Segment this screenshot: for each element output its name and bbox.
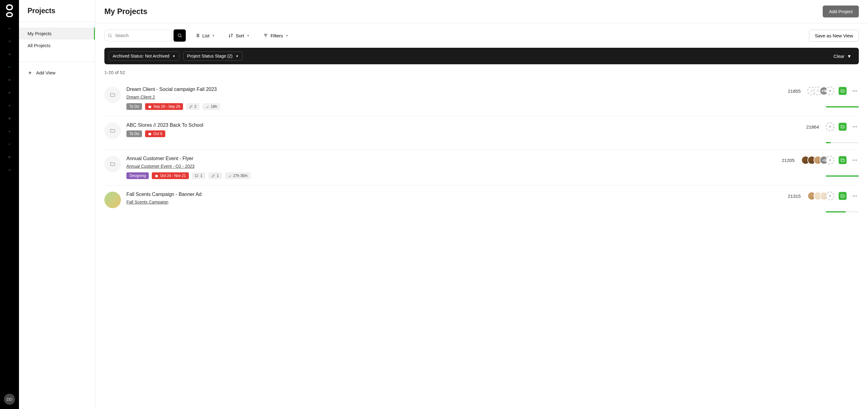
filters-button[interactable]: Filters▼ xyxy=(259,30,293,41)
open-folder-button[interactable] xyxy=(839,123,846,131)
svg-point-22 xyxy=(855,196,856,196)
chevron-down-icon: ▼ xyxy=(212,34,215,37)
user-avatar[interactable]: DD xyxy=(4,394,15,405)
open-folder-button[interactable] xyxy=(839,87,846,95)
meta-tag: 1 xyxy=(209,172,222,179)
project-thumbnail[interactable] xyxy=(104,87,121,103)
add-view-button[interactable]: Add View xyxy=(19,67,95,78)
chevron-down-icon: ▼ xyxy=(172,55,175,58)
sort-icon xyxy=(228,33,233,38)
progress-bar xyxy=(826,142,859,143)
search-icon xyxy=(107,33,112,38)
svg-point-6 xyxy=(178,34,181,37)
add-assignee-button[interactable] xyxy=(826,156,834,164)
folder-icon[interactable] xyxy=(7,64,12,70)
project-title[interactable]: ABC Stores // 2023 Back To School xyxy=(126,122,801,128)
svg-point-3 xyxy=(9,144,10,144)
progress-bar xyxy=(826,176,859,177)
chevron-down-icon: ▼ xyxy=(247,34,250,37)
edit-icon[interactable] xyxy=(7,103,12,108)
status-tag: To Do xyxy=(126,130,142,137)
svg-point-21 xyxy=(853,196,854,196)
svg-point-0 xyxy=(9,28,10,29)
add-assignee-button[interactable] xyxy=(826,122,834,131)
nav-my-projects[interactable]: My Projects xyxy=(19,28,95,39)
project-title[interactable]: Dream Client - Social campaign Fall 2023 xyxy=(126,87,782,92)
project-thumbnail[interactable] xyxy=(104,156,121,172)
chevron-down-icon: ▼ xyxy=(847,54,851,59)
add-assignee-button[interactable] xyxy=(826,87,834,95)
sidebar-title: Projects xyxy=(19,0,95,22)
search-icon[interactable] xyxy=(7,26,12,31)
search-input[interactable] xyxy=(104,30,172,41)
add-assignee-button[interactable] xyxy=(826,192,834,200)
project-row[interactable]: Dream Client - Social campaign Fall 2023… xyxy=(104,81,859,116)
search-button[interactable] xyxy=(174,29,186,42)
assignee-avatars[interactable] xyxy=(826,122,834,131)
svg-point-12 xyxy=(856,91,857,92)
add-project-button[interactable]: Add Project xyxy=(823,5,859,18)
clear-filters-button[interactable]: Clear▼ xyxy=(830,52,855,61)
filter-chip-status[interactable]: Project Status Stage (2)▼ xyxy=(183,52,243,61)
project-thumbnail[interactable] xyxy=(104,122,121,139)
assignee-avatars[interactable]: +2 xyxy=(801,156,834,164)
megaphone-icon[interactable] xyxy=(7,52,12,57)
open-folder-button[interactable] xyxy=(839,156,846,164)
analytics-icon[interactable] xyxy=(7,167,12,172)
meta-tag: 1 xyxy=(192,172,205,179)
topbar: My Projects Add Project xyxy=(95,0,868,23)
status-tag: To Do xyxy=(126,103,142,110)
more-menu-button[interactable] xyxy=(851,123,859,131)
open-folder-button[interactable] xyxy=(839,192,846,200)
svg-rect-17 xyxy=(155,175,158,177)
project-parent-link[interactable]: Fall Scents Campaign xyxy=(126,199,168,204)
filter-chip-archived[interactable]: Archived Status: Not Archived▼ xyxy=(108,52,179,61)
inbox-icon[interactable] xyxy=(7,90,12,96)
project-id: 21855 xyxy=(788,89,801,94)
project-title[interactable]: Fall Scents Campaign - Banner Ad xyxy=(126,192,782,197)
project-list: Dream Client - Social campaign Fall 2023… xyxy=(95,81,868,219)
assignee-avatars[interactable] xyxy=(807,192,834,200)
sort-button[interactable]: Sort▼ xyxy=(224,30,254,41)
assignee-avatars[interactable]: KB xyxy=(807,87,834,95)
meta-tag: 2 xyxy=(186,103,199,110)
svg-rect-13 xyxy=(149,133,151,135)
more-menu-button[interactable] xyxy=(851,87,859,95)
project-id: 21205 xyxy=(782,158,795,163)
calendar-icon[interactable] xyxy=(7,116,12,121)
list-icon xyxy=(195,33,200,38)
more-menu-button[interactable] xyxy=(851,156,859,164)
user-icon[interactable] xyxy=(7,141,12,147)
layout-icon[interactable] xyxy=(7,154,12,160)
project-row[interactable]: Annual Customer Event - FlyerAnnual Cust… xyxy=(104,149,859,185)
project-parent-link[interactable]: Dream Client 2 xyxy=(126,95,155,99)
refresh-icon[interactable] xyxy=(7,38,12,44)
svg-point-8 xyxy=(811,90,812,91)
nav-all-projects[interactable]: All Projects xyxy=(19,39,95,52)
status-tag: Designing xyxy=(126,172,149,179)
svg-point-19 xyxy=(855,160,856,161)
result-count: 1-20 of 52 xyxy=(95,64,868,81)
chevron-down-icon: ▼ xyxy=(236,55,239,58)
progress-bar xyxy=(826,211,859,213)
filter-icon xyxy=(263,33,268,38)
svg-point-11 xyxy=(855,91,856,92)
project-thumbnail[interactable] xyxy=(104,192,121,208)
view-list-button[interactable]: List▼ xyxy=(191,30,219,41)
svg-rect-1 xyxy=(9,79,10,81)
chart-icon[interactable] xyxy=(7,129,12,134)
check-icon[interactable] xyxy=(7,77,12,83)
add-view-label: Add View xyxy=(36,70,55,75)
project-row[interactable]: ABC Stores // 2023 Back To SchoolTo Do O… xyxy=(104,116,859,149)
sidebar: Projects My Projects All Projects Add Vi… xyxy=(19,0,95,409)
svg-point-23 xyxy=(856,196,857,196)
project-title[interactable]: Annual Customer Event - Flyer xyxy=(126,156,776,161)
project-parent-link[interactable]: Annual Customer Event - Q2 - 2023 xyxy=(126,164,195,169)
svg-point-5 xyxy=(108,34,111,37)
save-view-button[interactable]: Save as New View xyxy=(809,30,859,42)
more-menu-button[interactable] xyxy=(851,192,859,200)
project-row[interactable]: Fall Scents Campaign - Banner AdFall Sce… xyxy=(104,185,859,219)
sidebar-nav: My Projects All Projects xyxy=(19,22,95,57)
project-id: 21315 xyxy=(788,193,801,199)
app-logo[interactable] xyxy=(4,4,15,17)
